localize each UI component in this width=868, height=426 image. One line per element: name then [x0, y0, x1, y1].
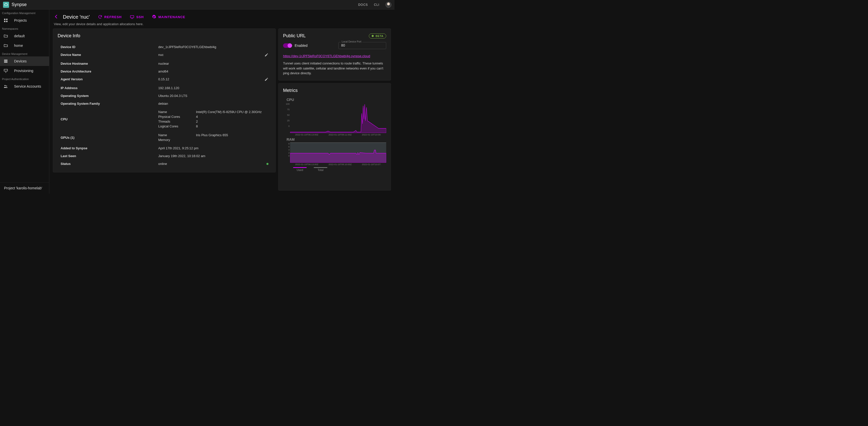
- row-os-family: Operating System Family debian: [58, 100, 271, 108]
- page-title: Device 'nuc': [63, 14, 90, 20]
- main-content: Device 'nuc' REFRESH SSH MAINTENANCE Vie…: [49, 9, 395, 194]
- row-gpus: GPUs (1) NameIris Plus Graphics 655 Memo…: [58, 131, 271, 144]
- enabled-toggle[interactable]: [283, 43, 291, 48]
- row-os: Operating System Ubuntu 20.04.3 LTS: [58, 92, 271, 100]
- app-header: Synpse DOCS CLI: [0, 0, 395, 9]
- devices-icon: [3, 59, 8, 63]
- ram-chart: 86420: [283, 142, 386, 163]
- port-label: Local Device Port: [341, 40, 362, 43]
- nav-cli[interactable]: CLI: [374, 3, 379, 6]
- row-device-id: Device ID dev_1rJPF5leRoF0COY6TLGEhbwbI4…: [58, 43, 271, 51]
- sb-section-config: Configuration Management: [0, 9, 49, 16]
- public-url-link[interactable]: https://dev-1rJPF5leRoF0COY6TLGEhbwbI4g.…: [283, 54, 370, 58]
- enabled-label: Enabled: [294, 44, 307, 48]
- svg-rect-4: [4, 60, 7, 60]
- svg-rect-0: [4, 19, 5, 20]
- sidebar-item-label: home: [14, 44, 23, 48]
- back-arrow-icon[interactable]: [54, 14, 59, 20]
- sidebar-item-provisioning[interactable]: Provisioning: [0, 66, 49, 76]
- tunnel-description: Tunnel uses client initiated connections…: [283, 61, 386, 76]
- sidebar-item-label: Devices: [14, 59, 27, 63]
- public-url-title: Public URL: [283, 33, 306, 38]
- brand-logo: [3, 2, 9, 8]
- sidebar-item-label: Projects: [14, 18, 27, 22]
- port-input[interactable]: [341, 43, 383, 47]
- public-url-card: Public URL BETA Enabled Local Device Por…: [278, 28, 391, 81]
- action-label: MAINTENANCE: [158, 15, 185, 19]
- provisioning-icon: [3, 68, 8, 73]
- svg-point-9: [6, 86, 7, 87]
- row-device-name: Device Name nuc: [58, 51, 271, 60]
- svg-rect-5: [4, 61, 7, 62]
- folder-icon: [3, 34, 8, 38]
- sidebar: Configuration Management Projects Namesp…: [0, 9, 49, 194]
- row-cpu: CPU NameIntel(R) Core(TM) i5-8259U CPU @…: [58, 108, 271, 131]
- action-label: REFRESH: [104, 15, 122, 19]
- edit-icon[interactable]: [265, 77, 269, 81]
- metrics-card: Metrics CPU 1007550250 2022-01-19T06:13:…: [278, 83, 391, 191]
- sidebar-item-ns-home[interactable]: home: [0, 41, 49, 50]
- people-icon: [3, 84, 8, 89]
- page-subtitle: View, edit your device details and appli…: [53, 22, 391, 28]
- sb-section-device-mgmt: Device Management: [0, 50, 49, 56]
- ram-x-axis: 2022-01-19T06:13:00Z 2022-01-19T08:10:00…: [290, 163, 386, 166]
- svg-rect-1: [6, 19, 7, 20]
- svg-point-8: [4, 85, 6, 86]
- maintenance-button[interactable]: MAINTENANCE: [150, 13, 187, 20]
- svg-rect-7: [4, 69, 7, 71]
- brand-name: Synpse: [11, 2, 27, 7]
- sidebar-item-label: default: [14, 34, 25, 38]
- sidebar-item-service-accounts[interactable]: Service Accounts: [0, 82, 49, 91]
- svg-rect-2: [4, 21, 5, 22]
- projects-icon: [3, 18, 8, 23]
- edit-icon[interactable]: [265, 53, 269, 57]
- beta-badge: BETA: [369, 33, 386, 38]
- user-avatar[interactable]: [385, 2, 392, 8]
- row-ip: IP Address 192.168.1.120: [58, 84, 271, 92]
- sidebar-item-devices[interactable]: Devices: [0, 56, 49, 66]
- device-info-card: Device Info Device ID dev_1rJPF5leRoF0CO…: [53, 28, 276, 172]
- sidebar-item-label: Provisioning: [14, 69, 33, 73]
- row-status: Status online: [58, 160, 271, 168]
- nav-docs[interactable]: DOCS: [358, 3, 368, 6]
- ram-legend: Used Total: [293, 167, 386, 171]
- row-last-seen: Last Seen January 19th 2022, 10:16:02 am: [58, 152, 271, 160]
- sidebar-footer-project: Project 'karolis-homelab': [0, 182, 49, 194]
- cpu-x-axis: 2022-01-19T06:13:00Z 2022-01-19T08:11:00…: [290, 134, 386, 136]
- sidebar-item-ns-default[interactable]: default: [0, 31, 49, 41]
- sb-section-namespaces: Namespaces: [0, 25, 49, 31]
- refresh-button[interactable]: REFRESH: [96, 13, 124, 20]
- action-label: SSH: [136, 15, 144, 19]
- svg-rect-6: [4, 62, 7, 63]
- ram-chart-label: RAM: [286, 138, 386, 142]
- sb-section-auth: Project Authentication: [0, 76, 49, 82]
- device-info-title: Device Info: [58, 33, 271, 38]
- ssh-button[interactable]: SSH: [128, 13, 146, 20]
- status-dot-icon: [267, 163, 269, 165]
- svg-rect-3: [6, 21, 7, 22]
- metrics-title: Metrics: [283, 88, 386, 93]
- row-hostname: Device Hostname nuclear: [58, 60, 271, 67]
- cpu-chart: 1007550250: [283, 103, 386, 133]
- row-arch: Device Architecture amd64: [58, 67, 271, 75]
- row-added: Added to Synpse April 17th 2021, 9:25:12…: [58, 144, 271, 152]
- row-agent-version: Agent Version 0.15.12: [58, 75, 271, 84]
- port-field[interactable]: Local Device Port: [338, 42, 386, 49]
- sidebar-item-projects[interactable]: Projects: [0, 16, 49, 25]
- cpu-chart-label: CPU: [286, 98, 386, 102]
- svg-rect-10: [130, 16, 134, 18]
- sidebar-item-label: Service Accounts: [14, 84, 41, 88]
- folder-icon: [3, 43, 8, 48]
